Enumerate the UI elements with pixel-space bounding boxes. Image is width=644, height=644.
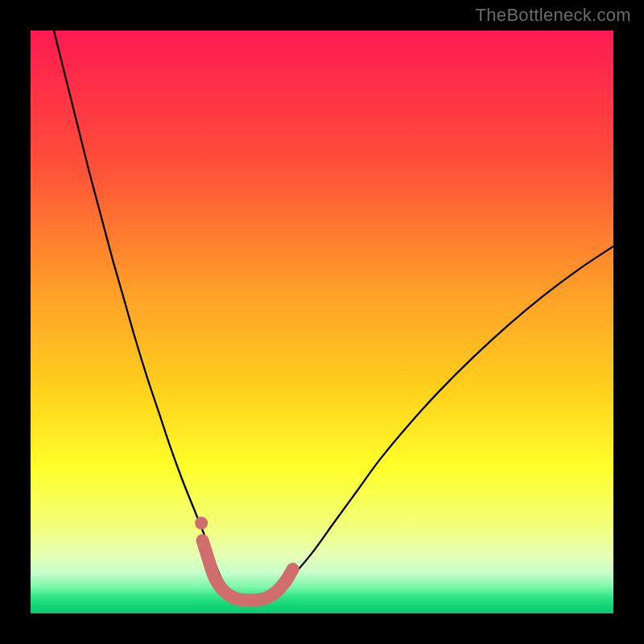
watermark-text: TheBottleneck.com	[476, 5, 631, 26]
gradient-background	[31, 31, 613, 613]
plot-area	[31, 31, 613, 613]
bottleneck-chart	[31, 31, 613, 613]
chart-frame: TheBottleneck.com	[0, 0, 644, 644]
highlight-dot	[195, 517, 208, 530]
